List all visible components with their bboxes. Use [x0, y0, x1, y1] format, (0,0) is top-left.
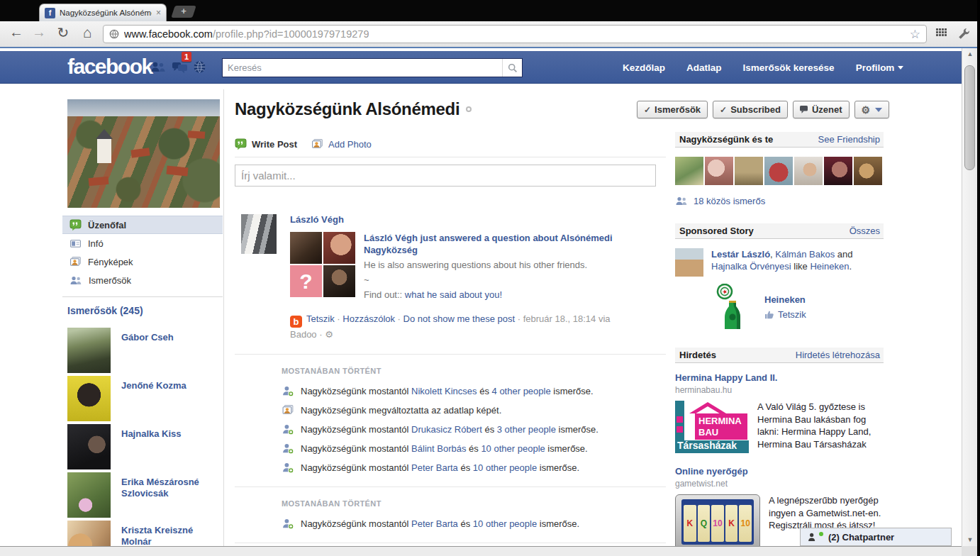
mutual-friend-photo[interactable]: [675, 157, 703, 185]
wall-speech-icon: [69, 219, 82, 231]
create-ad-link[interactable]: Hirdetés létrehozása: [796, 350, 880, 360]
others-link[interactable]: 10 other people: [473, 462, 537, 473]
ad-title-link[interactable]: Hermina Happy Land II.: [675, 372, 777, 383]
vertical-scrollbar[interactable]: ▲ ▼: [962, 48, 977, 556]
person-link[interactable]: Peter Barta: [411, 518, 458, 529]
notifications-globe-icon[interactable]: [193, 60, 206, 74]
attachment-photo[interactable]: [323, 232, 355, 264]
person-link[interactable]: Lestár László: [711, 249, 770, 260]
person-link[interactable]: Kálmán Bakos: [775, 249, 835, 260]
bookmark-star-icon[interactable]: ☆: [910, 28, 920, 40]
mutual-friend-photo[interactable]: [735, 157, 763, 185]
comment-link[interactable]: Hozzászólok: [343, 313, 395, 324]
notification-badge[interactable]: 1: [182, 52, 191, 62]
others-link[interactable]: 10 other people: [473, 518, 537, 529]
message-button[interactable]: Üzenet: [793, 101, 850, 118]
post-author-link[interactable]: László Végh: [290, 214, 344, 225]
sidebar-item-friends[interactable]: Ismerősök: [62, 271, 223, 289]
friend-list-item[interactable]: Gábor Cseh: [67, 328, 223, 373]
hide-post-link[interactable]: Do not show me these post: [403, 313, 516, 324]
friend-photo[interactable]: [67, 472, 111, 518]
post-privacy-gear-icon[interactable]: ⚙: [325, 329, 333, 340]
sponsored-see-all-link[interactable]: Összes: [850, 226, 880, 236]
heineken-page-link[interactable]: Heineken: [810, 261, 849, 272]
friend-photo[interactable]: [67, 328, 111, 373]
attachment-question-tile[interactable]: ?: [290, 265, 322, 297]
like-link[interactable]: Tetszik: [306, 313, 335, 324]
nav-find-friends[interactable]: Ismerősök keresése: [743, 62, 835, 73]
home-icon[interactable]: ⌂: [78, 24, 96, 41]
friends-count-heading[interactable]: Ismerősök (245): [67, 305, 143, 316]
composer-tabs: Write Post Add Photo: [235, 138, 666, 157]
person-link[interactable]: Peter Barta: [411, 462, 458, 473]
forward-icon[interactable]: →: [30, 24, 48, 40]
friend-photo[interactable]: [67, 424, 111, 469]
profile-picture[interactable]: [67, 99, 220, 208]
mutual-friends-row: 18 közös ismerős: [675, 196, 884, 206]
chat-bar[interactable]: (2) Chatpartner: [800, 528, 952, 546]
friend-list-item[interactable]: Hajnalka Kiss: [67, 424, 223, 469]
settings-dropdown-button[interactable]: ⚙: [854, 101, 890, 118]
subscribed-button[interactable]: ✓ Subscribed: [713, 101, 788, 118]
others-link[interactable]: 10 other people: [481, 443, 545, 454]
find-out-link[interactable]: what he said about you!: [405, 289, 502, 300]
new-tab-button[interactable]: +: [171, 6, 196, 18]
url-text[interactable]: www.facebook.com/profile.php?id=10000197…: [124, 28, 369, 40]
mutual-friend-photo[interactable]: [705, 157, 733, 185]
back-icon[interactable]: ←: [7, 24, 26, 40]
mutual-friends-link[interactable]: 18 közös ismerős: [694, 196, 765, 206]
add-photo-tab[interactable]: Add Photo: [311, 138, 372, 150]
friend-requests-icon[interactable]: [150, 61, 166, 73]
nav-profile-page[interactable]: Adatlap: [686, 62, 722, 73]
scroll-up-icon[interactable]: ▲: [962, 50, 978, 57]
browser-tab[interactable]: f Nagyközségünk Alsónémec ×: [39, 4, 167, 21]
heineken-page-name[interactable]: Heineken: [764, 294, 806, 305]
story-thumbnail[interactable]: [675, 248, 703, 277]
heineken-bottle-image[interactable]: [715, 284, 747, 329]
attachment-photo-grid[interactable]: ?: [290, 232, 355, 301]
mutual-friend-photo[interactable]: [794, 157, 823, 185]
hermina-bau-logo-image[interactable]: HERMINABAU Társasházak: [675, 401, 749, 453]
sidebar-item-photos[interactable]: Fényképek: [62, 252, 223, 271]
search-button[interactable]: [502, 59, 522, 77]
person-link[interactable]: Hajnalka Örvényesi: [711, 261, 791, 272]
friend-list-item[interactable]: Jenőné Kozma: [67, 376, 223, 421]
attachment-photo[interactable]: [290, 232, 322, 264]
chevron-down-icon: [898, 66, 903, 70]
wrench-settings-icon[interactable]: [957, 27, 971, 40]
sidebar-item-info[interactable]: Infó: [62, 234, 223, 252]
mutual-friend-photo[interactable]: [764, 157, 793, 185]
sidebar-item-wall[interactable]: Üzenőfal: [62, 216, 223, 234]
write-post-tab[interactable]: Write Post: [235, 138, 297, 150]
person-link[interactable]: Nikolett Kincses: [411, 386, 477, 396]
mutual-friend-photo[interactable]: [824, 157, 852, 185]
post-author-avatar[interactable]: [241, 214, 277, 254]
ad-title-link[interactable]: Online nyerőgép: [675, 466, 748, 477]
others-link[interactable]: 4 other people: [492, 386, 551, 396]
tab-close-icon[interactable]: ×: [156, 8, 161, 18]
apps-grid-icon[interactable]: [936, 28, 947, 38]
nav-home[interactable]: Kezdőlap: [623, 62, 665, 73]
status-input[interactable]: [235, 165, 656, 187]
nav-profile-menu[interactable]: Profilom: [856, 62, 904, 73]
friend-photo[interactable]: [67, 376, 111, 421]
scroll-down-icon[interactable]: ▼: [962, 536, 978, 543]
others-link[interactable]: 3 other people: [497, 424, 556, 435]
see-friendship-link[interactable]: See Friendship: [818, 134, 880, 145]
scrollbar-thumb[interactable]: [964, 65, 975, 170]
person-link[interactable]: Drukasicz Róbert: [411, 424, 482, 435]
horizontal-scrollbar[interactable]: [0, 546, 962, 556]
attachment-title-link[interactable]: László Végh just answered a question abo…: [364, 232, 666, 256]
mutual-friend-photo[interactable]: [854, 157, 882, 185]
facebook-logo[interactable]: facebook: [67, 55, 152, 79]
sponsored-like-link[interactable]: Tetszik: [778, 309, 806, 320]
person-link[interactable]: Bálint Borbás: [411, 443, 466, 454]
attachment-photo[interactable]: [323, 265, 355, 297]
friend-add-icon: [282, 443, 294, 455]
friend-list-item[interactable]: Erika Mészárosné Szlovicsák: [67, 472, 223, 518]
reload-icon[interactable]: ↻: [54, 24, 72, 41]
search-input[interactable]: [223, 59, 502, 77]
messages-icon[interactable]: [172, 61, 188, 74]
badoo-app-icon[interactable]: b: [290, 316, 302, 328]
url-bar[interactable]: www.facebook.com/profile.php?id=10000197…: [103, 25, 927, 43]
